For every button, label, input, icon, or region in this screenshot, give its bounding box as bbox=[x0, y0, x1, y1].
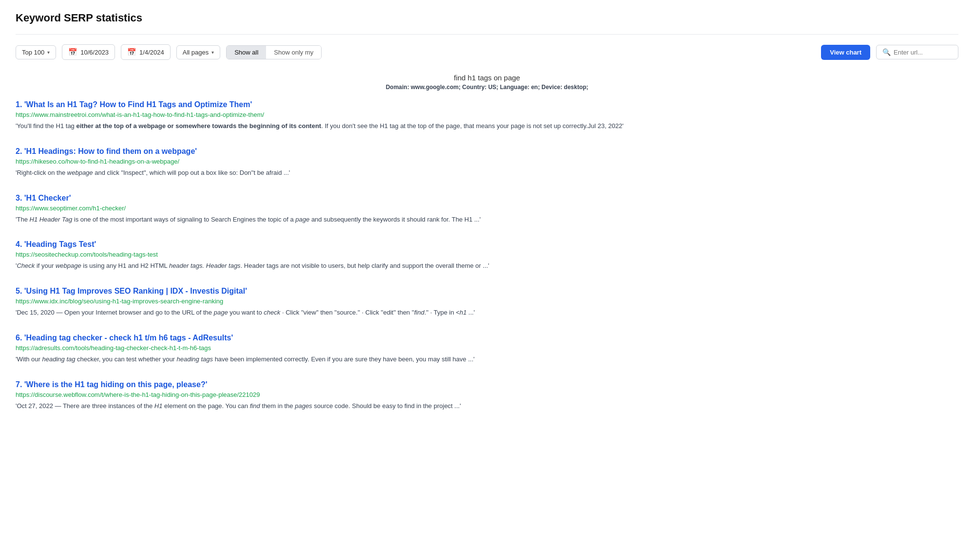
domain-value: www.google.com; bbox=[411, 84, 460, 91]
result-rank-title: 1. 'What Is an H1 Tag? How to Find H1 Ta… bbox=[16, 100, 958, 109]
device-value: desktop; bbox=[564, 84, 588, 91]
result-item: 1. 'What Is an H1 Tag? How to Find H1 Ta… bbox=[16, 100, 958, 131]
result-url[interactable]: https://www.idx.inc/blog/seo/using-h1-ta… bbox=[16, 298, 958, 305]
search-icon: 🔍 bbox=[882, 48, 891, 56]
keyword-meta: Domain: www.google.com; Country: US; Lan… bbox=[16, 84, 958, 91]
result-rank-title: 2. 'H1 Headings: How to find them on a w… bbox=[16, 147, 958, 156]
result-snippet: 'Right-click on the webpage and click "I… bbox=[16, 168, 958, 178]
calendar-icon-start: 📅 bbox=[68, 48, 77, 56]
country-value: US; bbox=[488, 84, 498, 91]
result-url[interactable]: https://adresults.com/tools/heading-tag-… bbox=[16, 344, 958, 352]
all-pages-dropdown[interactable]: All pages ▾ bbox=[176, 45, 220, 59]
result-snippet: 'Check if your webpage is using any H1 a… bbox=[16, 261, 958, 271]
show-all-button[interactable]: Show all bbox=[227, 46, 266, 59]
result-rank-title: 7. 'Where is the H1 tag hiding on this p… bbox=[16, 380, 958, 389]
toolbar-left: Top 100 ▾ 📅 10/6/2023 📅 1/4/2024 All pag… bbox=[16, 44, 813, 60]
result-item: 6. 'Heading tag checker - check h1 t/m h… bbox=[16, 334, 958, 365]
result-title-link[interactable]: 5. 'Using H1 Tag Improves SEO Ranking | … bbox=[16, 287, 247, 295]
result-url[interactable]: https://discourse.webflow.com/t/where-is… bbox=[16, 391, 958, 398]
divider bbox=[16, 34, 958, 35]
chevron-down-icon-pages: ▾ bbox=[211, 50, 214, 55]
top-dropdown-label: Top 100 bbox=[22, 49, 44, 56]
result-title-link[interactable]: 7. 'Where is the H1 tag hiding on this p… bbox=[16, 380, 207, 389]
result-rank-title: 5. 'Using H1 Tag Improves SEO Ranking | … bbox=[16, 287, 958, 296]
calendar-icon-end: 📅 bbox=[127, 48, 136, 56]
date-end-label: 1/4/2024 bbox=[139, 49, 164, 56]
result-item: 3. 'H1 Checker' https://www.seoptimer.co… bbox=[16, 194, 958, 225]
language-label: Language: bbox=[500, 84, 530, 91]
toolbar: Top 100 ▾ 📅 10/6/2023 📅 1/4/2024 All pag… bbox=[16, 44, 958, 60]
result-item: 5. 'Using H1 Tag Improves SEO Ranking | … bbox=[16, 287, 958, 318]
result-title-link[interactable]: 2. 'H1 Headings: How to find them on a w… bbox=[16, 147, 197, 155]
url-search-box[interactable]: 🔍 bbox=[876, 45, 958, 59]
keyword-header: find h1 tags on page Domain: www.google.… bbox=[16, 74, 958, 91]
result-title-link[interactable]: 3. 'H1 Checker' bbox=[16, 194, 71, 202]
result-title-link[interactable]: 6. 'Heading tag checker - check h1 t/m h… bbox=[16, 334, 233, 342]
result-item: 7. 'Where is the H1 tag hiding on this p… bbox=[16, 380, 958, 411]
domain-label: Domain: bbox=[386, 84, 409, 91]
result-rank-title: 3. 'H1 Checker' bbox=[16, 194, 958, 203]
result-rank-title: 4. 'Heading Tags Test' bbox=[16, 240, 958, 249]
page-title: Keyword SERP statistics bbox=[16, 12, 958, 24]
country-label: Country: bbox=[462, 84, 487, 91]
pages-dropdown-label: All pages bbox=[183, 49, 209, 56]
result-rank-title: 6. 'Heading tag checker - check h1 t/m h… bbox=[16, 334, 958, 342]
result-title-link[interactable]: 1. 'What Is an H1 Tag? How to Find H1 Ta… bbox=[16, 100, 252, 109]
show-only-button[interactable]: Show only my bbox=[266, 46, 321, 59]
top-100-dropdown[interactable]: Top 100 ▾ bbox=[16, 45, 56, 59]
keyword-query: find h1 tags on page bbox=[16, 74, 958, 82]
device-label: Device: bbox=[541, 84, 562, 91]
result-snippet: 'You'll find the H1 tag either at the to… bbox=[16, 121, 958, 131]
results-list: 1. 'What Is an H1 Tag? How to Find H1 Ta… bbox=[16, 100, 958, 437]
page-container: Keyword SERP statistics Top 100 ▾ 📅 10/6… bbox=[0, 0, 974, 448]
result-item: 4. 'Heading Tags Test' https://seositech… bbox=[16, 240, 958, 271]
chevron-down-icon: ▾ bbox=[47, 50, 50, 55]
result-snippet: 'The H1 Header Tag is one of the most im… bbox=[16, 215, 958, 225]
date-start-label: 10/6/2023 bbox=[80, 49, 109, 56]
result-item: 2. 'H1 Headings: How to find them on a w… bbox=[16, 147, 958, 178]
date-start-picker[interactable]: 📅 10/6/2023 bbox=[62, 44, 115, 60]
toolbar-right: View chart 🔍 bbox=[821, 45, 958, 60]
show-toggle-group: Show all Show only my bbox=[226, 45, 322, 59]
result-url[interactable]: https://www.seoptimer.com/h1-checker/ bbox=[16, 205, 958, 212]
result-title-link[interactable]: 4. 'Heading Tags Test' bbox=[16, 240, 96, 248]
language-value: en; bbox=[531, 84, 540, 91]
view-chart-button[interactable]: View chart bbox=[821, 45, 870, 60]
result-url[interactable]: https://www.mainstreetroi.com/what-is-an… bbox=[16, 111, 958, 118]
result-snippet: 'With our heading tag checker, you can t… bbox=[16, 355, 958, 365]
result-snippet: 'Oct 27, 2022 — There are three instance… bbox=[16, 401, 958, 411]
date-end-picker[interactable]: 📅 1/4/2024 bbox=[121, 44, 171, 60]
result-snippet: 'Dec 15, 2020 — Open your Internet brows… bbox=[16, 308, 958, 318]
result-url[interactable]: https://seositecheckup.com/tools/heading… bbox=[16, 251, 958, 258]
url-search-input[interactable] bbox=[894, 49, 952, 56]
result-url[interactable]: https://hikeseo.co/how-to-find-h1-headin… bbox=[16, 158, 958, 165]
